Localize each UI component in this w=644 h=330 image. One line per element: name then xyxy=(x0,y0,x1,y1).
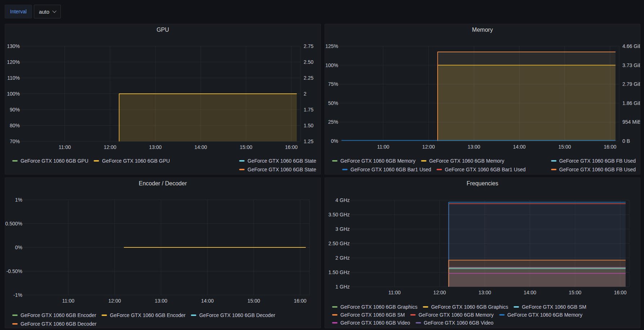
y-axis-tick-label: 3 GHz xyxy=(335,226,350,232)
y-axis-right-tick-label: 2.79 GiB xyxy=(622,81,640,87)
legend-swatch-icon xyxy=(239,169,245,170)
legend-item[interactable]: GeForce GTX 1060 6GB FB Used xyxy=(551,158,636,164)
legend-swatch-icon xyxy=(332,160,337,162)
x-axis-tick-label: 15:00 xyxy=(247,298,260,304)
legend-item[interactable]: GeForce GTX 1060 6GB FB Used xyxy=(551,167,636,172)
legend-item-label: GeForce GTX 1060 6GB Video xyxy=(340,320,410,326)
legend-item-label: GeForce GTX 1060 6GB Memory xyxy=(429,158,505,164)
x-axis-tick-label: 12:00 xyxy=(422,144,435,150)
y-axis-tick-label: 120% xyxy=(7,59,20,65)
x-axis-tick-label: 14:00 xyxy=(513,144,526,150)
grafana-dashboard: { "toolbar": { "interval_label": "Interv… xyxy=(0,0,644,330)
y-axis-right-tick-label: 3.73 GiB xyxy=(622,62,640,68)
panel-memory: Memory 125%4.66 GiB100%3.73 GiB75%2.79 G… xyxy=(325,24,640,175)
legend-item[interactable]: GeForce GTX 1060 6GB Video xyxy=(416,320,494,326)
x-axis-tick-label: 11:00 xyxy=(388,290,401,295)
legend-row: GeForce GTX 1060 6GB Bar1 UsedGeForce GT… xyxy=(332,166,636,173)
legend-item[interactable]: GeForce GTX 1060 6GB SM xyxy=(332,312,405,318)
legend-item[interactable]: GeForce GTX 1060 6GB State xyxy=(239,167,316,172)
legend-group: GeForce GTX 1060 6GB State xyxy=(239,167,316,172)
y-axis-right-tick-label: 2.25 xyxy=(304,75,313,81)
panel-encoder-decoder: Encoder / Decoder 1%0.500%0%-0.50%-1%11:… xyxy=(5,177,321,328)
legend-item-label: GeForce GTX 1060 6GB Bar1 Used xyxy=(350,167,431,172)
panel-frequencies: Frequencies 4 GHz3.50 GHz3 GHz2.50 GHz2 … xyxy=(325,177,640,328)
legend-item[interactable]: GeForce GTX 1060 6GB Memory xyxy=(421,158,505,164)
x-axis-tick-label: 16:00 xyxy=(614,290,626,295)
x-axis-tick-label: 12:00 xyxy=(104,144,116,150)
legend-item-label: GeForce GTX 1060 6GB Bar1 Used xyxy=(445,167,526,172)
y-axis-right-tick-label: 1.86 GiB xyxy=(622,100,640,106)
legend-item-label: GeForce GTX 1060 6GB Decoder xyxy=(199,312,275,318)
legend-swatch-icon xyxy=(421,160,426,162)
chart-svg: 130%2.75120%2.50110%2.25100%290%1.7580%1… xyxy=(5,24,321,174)
legend-item-label: GeForce GTX 1060 6GB FB Used xyxy=(559,167,636,172)
memory-chart-area[interactable]: 125%4.66 GiB100%3.73 GiB75%2.79 GiB50%1.… xyxy=(325,24,640,174)
y-axis-tick-label: 80% xyxy=(10,123,20,128)
legend-item[interactable]: GeForce GTX 1060 6GB Encoder xyxy=(12,312,96,318)
legend-item-label: GeForce GTX 1060 6GB Encoder xyxy=(110,312,185,318)
interval-variable-dropdown[interactable]: auto xyxy=(34,5,61,18)
legend-item-label: GeForce GTX 1060 6GB Memory xyxy=(340,158,416,164)
y-axis-right-tick-label: 0 B xyxy=(622,138,630,144)
y-axis-tick-label: 2.50 GHz xyxy=(328,241,350,246)
legend-group: GeForce GTX 1060 6GB MemoryGeForce GTX 1… xyxy=(332,158,504,164)
legend-item[interactable]: GeForce GTX 1060 6GB Memory xyxy=(499,312,583,318)
legend-swatch-icon xyxy=(332,306,337,308)
legend-group: GeForce GTX 1060 6GB GraphicsGeForce GTX… xyxy=(332,304,586,310)
legend-swatch-icon xyxy=(332,322,337,324)
y-axis-right-tick-label: 1.25 xyxy=(304,138,313,144)
y-axis-tick-label: 110% xyxy=(7,75,20,81)
legend-item[interactable]: GeForce GTX 1060 6GB Video xyxy=(332,320,410,326)
legend-item[interactable]: GeForce GTX 1060 6GB Bar1 Used xyxy=(342,167,431,172)
chart-svg: 1%0.500%0%-0.50%-1%11:0012:0013:0014:001… xyxy=(5,178,321,328)
x-axis-tick-label: 13:00 xyxy=(149,144,162,150)
y-axis-tick-label: 130% xyxy=(7,43,20,49)
legend-item-label: GeForce GTX 1060 6GB Decoder xyxy=(21,321,97,327)
legend-swatch-icon xyxy=(12,314,18,316)
legend-item-label: GeForce GTX 1060 6GB Memory xyxy=(507,312,583,318)
legend-group: GeForce GTX 1060 6GB SMGeForce GTX 1060 … xyxy=(332,312,582,318)
y-axis-right-tick-label: 2.75 xyxy=(304,43,313,49)
legend-swatch-icon xyxy=(551,169,556,170)
legend-item[interactable]: GeForce GTX 1060 6GB GPU xyxy=(12,158,88,164)
legend-swatch-icon xyxy=(342,169,348,170)
gpu-chart-area[interactable]: 130%2.75120%2.50110%2.25100%290%1.7580%1… xyxy=(5,24,321,174)
legend-item[interactable]: GeForce GTX 1060 6GB Bar1 Used xyxy=(437,167,526,172)
y-axis-tick-label: 100% xyxy=(325,62,338,68)
y-axis-tick-label: 4 GHz xyxy=(335,197,350,203)
x-axis-tick-label: 13:00 xyxy=(468,144,480,150)
chart-svg: 125%4.66 GiB100%3.73 GiB75%2.79 GiB50%1.… xyxy=(325,24,640,174)
legend-item-label: GeForce GTX 1060 6GB GPU xyxy=(21,158,88,164)
legend-item[interactable]: GeForce GTX 1060 6GB SM xyxy=(514,304,586,310)
legend-item[interactable]: GeForce GTX 1060 6GB Memory xyxy=(410,312,494,318)
y-axis-tick-label: 1% xyxy=(15,197,22,203)
y-axis-tick-label: -0.50% xyxy=(6,268,22,274)
legend-item[interactable]: GeForce GTX 1060 6GB Memory xyxy=(332,158,416,164)
legend-item[interactable]: GeForce GTX 1060 6GB Decoder xyxy=(191,312,275,318)
y-axis-right-tick-label: 2.50 xyxy=(304,59,313,65)
legend-group: GeForce GTX 1060 6GB EncoderGeForce GTX … xyxy=(12,312,275,318)
legend-row: GeForce GTX 1060 6GB State xyxy=(12,166,316,173)
y-axis-tick-label: 125% xyxy=(325,43,338,49)
x-axis-tick-label: 14:00 xyxy=(524,290,536,295)
legend-item[interactable]: GeForce GTX 1060 6GB Decoder xyxy=(12,321,97,327)
legend-item[interactable]: GeForce GTX 1060 6GB State xyxy=(239,158,316,164)
legend-swatch-icon xyxy=(416,322,421,324)
legend-item[interactable]: GeForce GTX 1060 6GB Graphics xyxy=(332,304,417,310)
legend-swatch-icon xyxy=(437,169,442,170)
legend-item-label: GeForce GTX 1060 6GB State xyxy=(247,158,316,164)
legend-item[interactable]: GeForce GTX 1060 6GB Encoder xyxy=(102,312,185,318)
legend-swatch-icon xyxy=(514,306,519,308)
legend-group: GeForce GTX 1060 6GB VideoGeForce GTX 10… xyxy=(332,320,493,326)
legend-swatch-icon xyxy=(102,314,107,316)
legend-item[interactable]: GeForce GTX 1060 6GB Graphics xyxy=(423,304,508,310)
encoder-decoder-chart-area[interactable]: 1%0.500%0%-0.50%-1%11:0012:0013:0014:001… xyxy=(5,178,321,328)
y-axis-tick-label: 90% xyxy=(10,107,20,113)
legend-row: GeForce GTX 1060 6GB VideoGeForce GTX 10… xyxy=(332,319,636,327)
y-axis-tick-label: 1 GHz xyxy=(335,284,350,290)
y-axis-tick-label: 75% xyxy=(328,81,338,87)
y-axis-tick-label: 3.50 GHz xyxy=(328,212,350,217)
legend-item[interactable]: GeForce GTX 1060 6GB GPU xyxy=(94,158,170,164)
interval-variable-value: auto xyxy=(39,9,49,15)
legend-item-label: GeForce GTX 1060 6GB Graphics xyxy=(340,304,417,310)
